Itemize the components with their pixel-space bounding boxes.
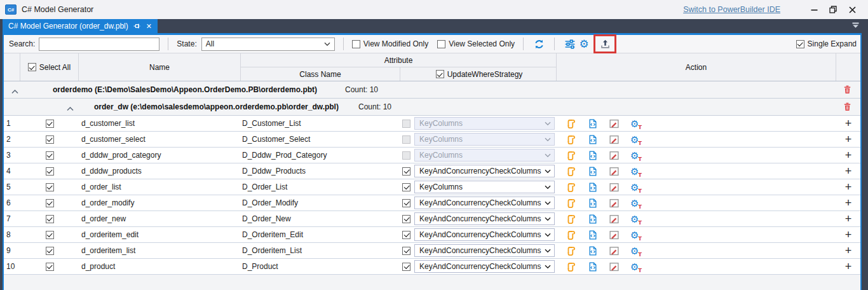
strategy-dropdown[interactable]: KeyColumns	[414, 133, 555, 146]
tab-csharp-model-generator[interactable]: C# Model Generator (order_dw.pbl) ✕	[3, 19, 158, 33]
script-icon[interactable]	[566, 214, 576, 224]
update-where-strategy-checkbox[interactable]	[436, 70, 444, 78]
edit-icon[interactable]	[609, 230, 620, 240]
tab-list-dropdown-icon[interactable]	[851, 22, 860, 31]
add-icon[interactable]: +	[845, 118, 852, 129]
code-file-icon[interactable]	[587, 245, 598, 256]
add-icon[interactable]: +	[845, 229, 852, 240]
update-where-checkbox[interactable]	[402, 231, 410, 239]
gear-t-icon[interactable]: ⚙T	[630, 230, 641, 240]
edit-icon[interactable]	[609, 134, 620, 145]
gear-t-icon[interactable]: ⚙T	[630, 245, 641, 256]
refresh-icon[interactable]	[532, 37, 546, 51]
add-icon[interactable]: +	[845, 245, 852, 256]
delete-trash-icon[interactable]	[843, 102, 852, 114]
strategy-dropdown[interactable]: KeyColumns	[414, 117, 555, 130]
search-input[interactable]	[39, 38, 159, 51]
script-icon[interactable]	[566, 261, 576, 272]
group-library-label[interactable]: order_dw (e:\demo\salesdemo\appeon.order…	[94, 102, 339, 111]
strategy-dropdown[interactable]: KeyColumns	[414, 149, 555, 162]
code-file-icon[interactable]	[587, 166, 598, 177]
update-where-checkbox[interactable]	[402, 215, 410, 223]
gear-t-icon[interactable]: ⚙T	[630, 182, 641, 193]
update-where-checkbox[interactable]	[402, 199, 410, 207]
export-upload-icon[interactable]	[598, 37, 612, 51]
view-modified-only-checkbox-group[interactable]: View Modified Only	[352, 39, 429, 48]
script-icon[interactable]	[566, 166, 576, 177]
code-file-icon[interactable]	[587, 150, 598, 161]
gear-t-icon[interactable]: ⚙T	[630, 198, 641, 209]
row-select-checkbox[interactable]	[46, 167, 54, 176]
row-select-checkbox[interactable]	[46, 135, 54, 144]
gear-t-icon[interactable]: ⚙T	[630, 261, 641, 272]
settings-gear-icon[interactable]: ⚙	[577, 37, 591, 51]
minimize-button[interactable]	[804, 6, 824, 13]
pin-icon[interactable]	[133, 22, 141, 30]
update-where-checkbox[interactable]	[402, 183, 410, 191]
code-file-icon[interactable]	[587, 198, 598, 209]
code-file-icon[interactable]	[587, 214, 598, 224]
add-icon[interactable]: +	[845, 213, 852, 224]
row-select-checkbox[interactable]	[46, 231, 54, 239]
restore-button[interactable]	[824, 6, 843, 13]
edit-icon[interactable]	[609, 150, 620, 161]
add-icon[interactable]: +	[845, 197, 852, 209]
tab-close-icon[interactable]: ✕	[146, 23, 152, 30]
add-icon[interactable]: +	[845, 165, 852, 177]
script-icon[interactable]	[566, 182, 576, 193]
add-icon[interactable]: +	[845, 181, 852, 193]
add-icon[interactable]: +	[845, 261, 852, 272]
edit-icon[interactable]	[609, 118, 620, 129]
edit-icon[interactable]	[609, 198, 620, 209]
script-icon[interactable]	[566, 245, 576, 256]
strategy-dropdown[interactable]: KeyAndConcurrencyCheckColumns	[414, 244, 555, 257]
strategy-dropdown[interactable]: KeyAndConcurrencyCheckColumns	[414, 197, 555, 209]
collapse-chevron-icon[interactable]	[67, 104, 74, 113]
view-modified-only-checkbox[interactable]	[352, 40, 360, 48]
add-icon[interactable]: +	[845, 134, 852, 145]
state-select[interactable]: All	[201, 38, 335, 51]
code-file-icon[interactable]	[587, 261, 598, 272]
strategy-dropdown[interactable]: KeyColumns	[414, 181, 555, 193]
gear-t-icon[interactable]: ⚙T	[630, 134, 641, 145]
strategy-dropdown[interactable]: KeyAndConcurrencyCheckColumns	[414, 228, 555, 241]
collapse-chevron-icon[interactable]	[11, 87, 18, 96]
code-file-icon[interactable]	[587, 118, 598, 129]
script-icon[interactable]	[566, 118, 576, 129]
script-icon[interactable]	[566, 198, 576, 209]
single-expand-checkbox-group[interactable]: Single Expand	[796, 39, 857, 48]
strategy-dropdown[interactable]: KeyAndConcurrencyCheckColumns	[414, 165, 555, 177]
group-target-label[interactable]: orderdemo (E:\Demo\SalesDemo\Appeon.Orde…	[53, 85, 317, 94]
script-icon[interactable]	[566, 230, 576, 240]
edit-icon[interactable]	[609, 245, 620, 256]
row-select-checkbox[interactable]	[46, 247, 54, 255]
add-icon[interactable]: +	[845, 149, 852, 161]
gear-t-icon[interactable]: ⚙T	[630, 118, 641, 129]
row-select-checkbox[interactable]	[46, 199, 54, 207]
update-where-checkbox[interactable]	[402, 247, 410, 255]
update-where-checkbox[interactable]	[402, 167, 410, 176]
view-selected-only-checkbox-group[interactable]: View Selected Only	[437, 39, 515, 48]
switch-to-powerbuilder-link[interactable]: Switch to PowerBuilder IDE	[683, 5, 780, 14]
delete-trash-icon[interactable]	[843, 85, 852, 97]
gear-t-icon[interactable]: ⚙T	[630, 150, 641, 161]
edit-icon[interactable]	[609, 166, 620, 177]
code-file-icon[interactable]	[587, 134, 598, 145]
row-select-checkbox[interactable]	[46, 263, 54, 271]
script-icon[interactable]	[566, 150, 576, 161]
view-selected-only-checkbox[interactable]	[437, 40, 445, 48]
edit-icon[interactable]	[609, 182, 620, 193]
code-file-icon[interactable]	[587, 182, 598, 193]
code-file-icon[interactable]	[587, 230, 598, 240]
gear-t-icon[interactable]: ⚙T	[630, 166, 641, 177]
row-select-checkbox[interactable]	[46, 151, 54, 160]
strategy-dropdown[interactable]: KeyAndConcurrencyCheckColumns	[414, 212, 555, 225]
update-where-checkbox[interactable]	[402, 263, 410, 271]
edit-icon[interactable]	[609, 261, 620, 272]
row-select-checkbox[interactable]	[46, 215, 54, 223]
gear-t-icon[interactable]: ⚙T	[630, 214, 641, 224]
row-select-checkbox[interactable]	[46, 120, 54, 128]
strategy-dropdown[interactable]: KeyAndConcurrencyCheckColumns	[414, 260, 555, 273]
single-expand-checkbox[interactable]	[796, 40, 804, 48]
edit-icon[interactable]	[609, 214, 620, 224]
